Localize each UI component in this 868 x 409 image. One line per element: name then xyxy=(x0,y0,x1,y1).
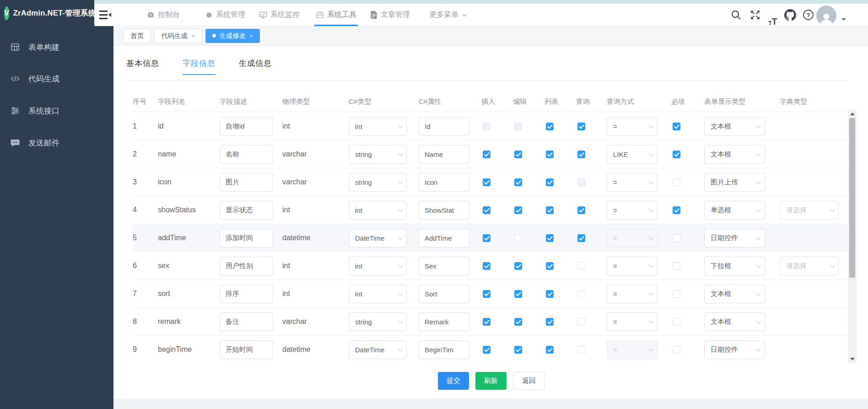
query-mode-select[interactable]: = xyxy=(607,117,658,136)
cs-type-select[interactable]: string xyxy=(349,145,407,164)
display-type-select[interactable]: 下拉框 xyxy=(704,257,765,275)
nav-item-5[interactable]: 文章管理 xyxy=(369,4,411,26)
query-checkbox[interactable] xyxy=(577,234,585,242)
required-checkbox[interactable] xyxy=(673,234,680,242)
scroll-up-arrow-icon[interactable] xyxy=(848,110,857,118)
list-checkbox[interactable] xyxy=(546,151,554,158)
field-desc-input[interactable] xyxy=(220,201,273,220)
list-checkbox[interactable] xyxy=(546,206,554,214)
insert-checkbox[interactable] xyxy=(483,290,491,298)
nav-item-6[interactable]: 更多菜单 xyxy=(428,4,469,26)
form-tab-1[interactable]: 基本信息 xyxy=(126,58,159,75)
help-icon[interactable]: ? xyxy=(801,4,815,26)
page-tab-1[interactable]: 首页 xyxy=(124,29,151,43)
nav-item-4[interactable]: 系统工具 xyxy=(314,4,358,26)
display-type-select[interactable]: 文本框 xyxy=(704,312,765,331)
field-desc-input[interactable] xyxy=(220,285,273,303)
query-checkbox[interactable] xyxy=(577,346,585,354)
query-checkbox[interactable] xyxy=(577,178,585,186)
query-mode-select[interactable]: = xyxy=(607,312,658,331)
cs-type-select[interactable]: DateTime xyxy=(349,229,407,248)
required-checkbox[interactable] xyxy=(673,318,680,326)
insert-checkbox[interactable] xyxy=(483,262,491,270)
query-checkbox[interactable] xyxy=(577,206,585,214)
submit-button[interactable]: 提交 xyxy=(438,372,469,390)
list-checkbox[interactable] xyxy=(546,290,554,298)
insert-checkbox[interactable] xyxy=(483,346,491,354)
cs-type-select[interactable]: string xyxy=(349,312,407,331)
query-mode-select[interactable]: = xyxy=(607,340,658,359)
close-icon[interactable]: × xyxy=(191,32,195,39)
query-mode-select[interactable]: = xyxy=(607,201,658,220)
cs-property-input[interactable] xyxy=(419,117,469,136)
form-tab-2[interactable]: 字段信息 xyxy=(183,58,216,75)
cs-property-input[interactable] xyxy=(419,285,469,303)
sidebar-item-4[interactable]: 发送邮件 xyxy=(0,133,113,153)
edit-checkbox[interactable] xyxy=(514,151,522,158)
nav-item-3[interactable]: 系统监控 xyxy=(258,4,301,26)
field-desc-input[interactable] xyxy=(220,257,273,275)
display-type-select[interactable]: 单选框 xyxy=(704,201,765,220)
required-checkbox[interactable] xyxy=(673,346,680,354)
cs-property-input[interactable] xyxy=(419,201,469,220)
sidebar-collapse-icon[interactable] xyxy=(99,10,111,20)
dict-type-select[interactable]: 请选择 xyxy=(780,257,839,275)
edit-checkbox[interactable] xyxy=(514,262,522,270)
edit-checkbox[interactable] xyxy=(514,318,522,326)
refresh-button[interactable]: 刷新 xyxy=(475,372,507,390)
fullscreen-icon[interactable] xyxy=(748,4,762,26)
display-type-select[interactable]: 文本框 xyxy=(704,285,765,303)
field-desc-input[interactable] xyxy=(220,117,273,136)
insert-checkbox[interactable] xyxy=(483,234,491,242)
display-type-select[interactable]: 日期控件 xyxy=(704,340,765,359)
search-icon[interactable] xyxy=(729,4,743,26)
cs-type-select[interactable]: int xyxy=(349,201,407,220)
edit-checkbox[interactable] xyxy=(514,206,522,214)
required-checkbox[interactable] xyxy=(673,290,680,298)
cs-property-input[interactable] xyxy=(419,145,469,164)
field-desc-input[interactable] xyxy=(220,312,273,331)
page-tab-2[interactable]: 代码生成× xyxy=(154,29,202,43)
display-type-select[interactable]: 文本框 xyxy=(704,145,765,164)
cs-property-input[interactable] xyxy=(419,173,469,192)
insert-checkbox[interactable] xyxy=(483,318,491,326)
scrollbar-thumb[interactable] xyxy=(849,118,855,278)
vertical-scrollbar[interactable] xyxy=(848,110,857,363)
sidebar-item-3[interactable]: 系统接口 xyxy=(0,101,113,121)
cs-type-select[interactable]: int xyxy=(349,117,407,136)
query-checkbox[interactable] xyxy=(577,123,585,130)
query-mode-select[interactable]: = xyxy=(607,257,658,275)
font-size-icon[interactable]: TT xyxy=(766,4,780,26)
query-checkbox[interactable] xyxy=(577,262,585,270)
cs-type-select[interactable]: DateTime xyxy=(349,340,407,359)
required-checkbox[interactable] xyxy=(673,178,680,186)
list-checkbox[interactable] xyxy=(546,123,554,130)
query-mode-select[interactable]: = xyxy=(607,285,658,303)
cs-type-select[interactable]: int xyxy=(349,257,407,275)
cs-property-input[interactable] xyxy=(419,257,469,275)
edit-checkbox[interactable] xyxy=(514,290,522,298)
edit-checkbox[interactable] xyxy=(514,123,522,130)
insert-checkbox[interactable] xyxy=(483,123,491,130)
github-icon[interactable] xyxy=(783,4,798,26)
list-checkbox[interactable] xyxy=(546,346,554,354)
dict-type-select[interactable]: 请选择 xyxy=(780,201,839,220)
avatar[interactable] xyxy=(816,5,836,26)
required-checkbox[interactable] xyxy=(673,206,680,214)
query-mode-select[interactable]: = xyxy=(607,229,658,248)
required-checkbox[interactable] xyxy=(673,262,680,270)
field-desc-input[interactable] xyxy=(220,340,273,359)
list-checkbox[interactable] xyxy=(546,262,554,270)
cs-type-select[interactable]: string xyxy=(349,173,407,192)
display-type-select[interactable]: 图片上传 xyxy=(704,173,765,192)
scroll-down-arrow-icon[interactable] xyxy=(848,355,857,363)
back-button[interactable]: 返回 xyxy=(513,372,545,390)
insert-checkbox[interactable] xyxy=(483,178,491,186)
cs-property-input[interactable] xyxy=(419,312,469,331)
required-checkbox[interactable] xyxy=(673,151,680,158)
nav-item-2[interactable]: 系统管理 xyxy=(204,4,247,26)
insert-checkbox[interactable] xyxy=(483,206,491,214)
query-mode-select[interactable]: = xyxy=(607,173,658,192)
field-desc-input[interactable] xyxy=(220,229,273,248)
sidebar-item-1[interactable]: 表单构建 xyxy=(0,37,113,57)
